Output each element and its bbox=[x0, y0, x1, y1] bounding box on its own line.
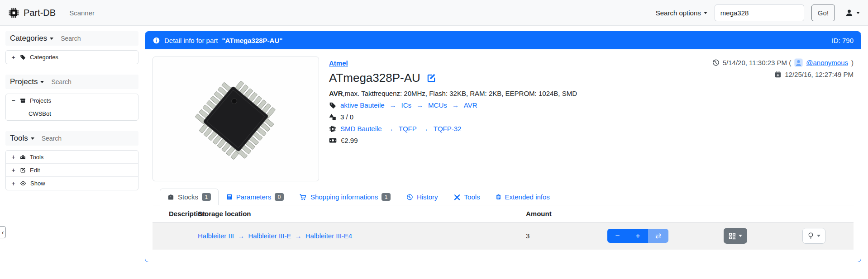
projects-dropdown[interactable]: Projects bbox=[10, 77, 44, 86]
projects-search-input[interactable] bbox=[51, 78, 105, 85]
expand-icon[interactable]: + bbox=[11, 54, 16, 61]
last-modified-suffix: ) bbox=[851, 59, 854, 66]
app-brand[interactable]: Part-DB bbox=[8, 7, 56, 19]
footprint-link[interactable]: SMD Bauteile bbox=[340, 125, 382, 132]
part-image[interactable] bbox=[153, 57, 319, 181]
categories-title: Categories bbox=[10, 34, 47, 43]
money-bill-icon bbox=[329, 137, 337, 144]
info-icon bbox=[153, 37, 160, 44]
increase-stock-button[interactable]: + bbox=[628, 229, 648, 243]
category-link[interactable]: aktive Bauteile bbox=[340, 101, 385, 109]
search-options-dropdown[interactable]: Search options bbox=[656, 9, 707, 17]
swap-arrows-icon: ⇄ bbox=[655, 232, 661, 240]
tab-badge: 1 bbox=[382, 193, 391, 201]
tree-item-tools[interactable]: + Tools bbox=[6, 151, 138, 164]
move-stock-button[interactable]: ⇄ bbox=[648, 229, 668, 243]
arrow-right-icon: → bbox=[387, 125, 394, 132]
footprint-breadcrumb: SMD Bauteile → TQFP → TQFP-32 bbox=[329, 125, 577, 132]
expand-icon[interactable]: + bbox=[11, 167, 16, 173]
expand-icon[interactable]: + bbox=[11, 154, 16, 160]
tab-label: History bbox=[417, 193, 438, 201]
amount-summary: 3 / 0 bbox=[340, 113, 353, 121]
category-link[interactable]: MCUs bbox=[428, 101, 447, 109]
categories-search-input[interactable] bbox=[61, 35, 115, 42]
locate-led-dropdown-button[interactable] bbox=[802, 228, 825, 244]
microchip-icon bbox=[329, 125, 336, 132]
sidebar-section-tools-header: Tools bbox=[5, 131, 138, 146]
tree-item-label: Categories bbox=[30, 54, 58, 61]
tree-item-edit[interactable]: + Edit bbox=[6, 164, 138, 177]
chevron-down-icon bbox=[31, 137, 34, 140]
qrcode-icon bbox=[729, 232, 736, 240]
manufacturer-link[interactable]: Atmel bbox=[329, 59, 348, 67]
collapse-icon[interactable]: − bbox=[11, 97, 16, 104]
storage-location-link[interactable]: Halbleiter III-E bbox=[248, 232, 291, 240]
tab-extended-infos[interactable]: Extended infos bbox=[488, 189, 558, 205]
chevron-down-icon bbox=[704, 12, 707, 14]
category-breadcrumb: aktive Bauteile → ICs → MCUs → AVR bbox=[329, 101, 577, 109]
expand-icon[interactable]: + bbox=[11, 180, 16, 187]
tools-wrench-icon bbox=[453, 194, 461, 201]
tree-item-show[interactable]: + Show bbox=[6, 177, 138, 190]
shapes-icon bbox=[329, 113, 336, 121]
part-detail-header: Detail info for part "ATmega328P-AU" ID:… bbox=[145, 32, 861, 49]
categories-dropdown[interactable]: Categories bbox=[10, 34, 53, 43]
eye-icon bbox=[20, 180, 26, 186]
tree-item-cwsbot[interactable]: CWSBot bbox=[6, 107, 138, 120]
chevron-down-icon bbox=[856, 12, 860, 14]
edit-pencil-square-icon bbox=[20, 167, 26, 173]
tab-stocks[interactable]: Stocks 1 bbox=[160, 189, 219, 205]
part-description: AVR,max. Taktfrequenz: 20MHz, Flash: 32K… bbox=[329, 90, 577, 97]
categories-tree: + Categories bbox=[5, 50, 138, 64]
brand-label: Part-DB bbox=[24, 8, 56, 18]
stock-description-cell bbox=[153, 222, 198, 250]
sidebar-section-categories-header: Categories bbox=[5, 31, 138, 46]
modified-user-link[interactable]: @anonymous bbox=[806, 59, 848, 66]
decrease-stock-button[interactable]: − bbox=[607, 229, 628, 243]
edit-part-icon[interactable] bbox=[426, 73, 436, 83]
footprint-link[interactable]: TQFP-32 bbox=[434, 125, 462, 132]
tab-shopping-informations[interactable]: Shopping informations 1 bbox=[291, 189, 398, 205]
toolbox-icon bbox=[20, 154, 26, 160]
top-navbar: Part-DB Scanner Search options Go! bbox=[0, 0, 868, 26]
spec-sheet-icon bbox=[226, 194, 233, 200]
tab-tools[interactable]: Tools bbox=[446, 189, 488, 205]
tree-item-projects[interactable]: − Projects bbox=[6, 94, 138, 107]
category-link[interactable]: AVR bbox=[464, 101, 477, 109]
storage-location-link[interactable]: Halbleiter III-E4 bbox=[305, 232, 352, 240]
tree-item-label: CWSBot bbox=[29, 110, 51, 117]
search-options-label: Search options bbox=[656, 9, 701, 17]
history-clock-icon bbox=[712, 59, 720, 66]
footprint-link[interactable]: TQFP bbox=[399, 125, 417, 132]
label-qrcode-dropdown-button[interactable] bbox=[724, 228, 747, 244]
tab-history[interactable]: History bbox=[398, 189, 446, 205]
archive-box-icon bbox=[20, 98, 26, 104]
tree-item-categories[interactable]: + Categories bbox=[6, 51, 138, 64]
tools-dropdown[interactable]: Tools bbox=[10, 134, 34, 143]
shopping-cart-icon bbox=[299, 194, 307, 201]
header-part-name: "ATmega328P-AU" bbox=[222, 37, 282, 44]
sidebar-collapse-toggle[interactable]: ‹ bbox=[0, 226, 6, 238]
storage-location-link[interactable]: Halbleiter III bbox=[198, 232, 234, 240]
tab-label: Extended infos bbox=[505, 193, 550, 201]
created-row: 12/25/16, 12:27:49 PM bbox=[712, 71, 854, 78]
tab-label: Parameters bbox=[236, 193, 272, 201]
created-text: 12/25/16, 12:27:49 PM bbox=[785, 71, 854, 78]
tree-item-label: Projects bbox=[30, 97, 51, 104]
column-header-amount: Amount bbox=[526, 205, 603, 222]
stock-row: Halbleiter III → Halbleiter III-E → Halb… bbox=[153, 222, 854, 250]
chevron-down-icon bbox=[817, 235, 820, 237]
global-search-input[interactable] bbox=[715, 5, 804, 21]
nav-scanner-link[interactable]: Scanner bbox=[69, 9, 95, 17]
tools-search-input[interactable] bbox=[42, 135, 96, 142]
tag-icon bbox=[329, 102, 336, 109]
part-detail-card: Detail info for part "ATmega328P-AU" ID:… bbox=[145, 31, 861, 262]
user-menu-dropdown[interactable] bbox=[845, 9, 860, 17]
microchip-logo-icon bbox=[8, 7, 19, 19]
category-link[interactable]: ICs bbox=[401, 101, 412, 109]
tab-parameters[interactable]: Parameters 0 bbox=[219, 189, 291, 205]
part-info-column: Atmel ATmega328P-AU AVR,max. T bbox=[329, 57, 577, 181]
arrow-right-icon: → bbox=[416, 101, 423, 109]
projects-tree: − Projects CWSBot bbox=[5, 94, 138, 121]
search-go-button[interactable]: Go! bbox=[811, 5, 835, 21]
